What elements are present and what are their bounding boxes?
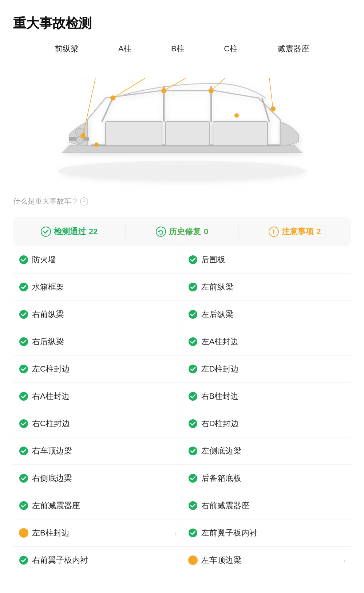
item-cell-right: 左前翼子板内衬 — [182, 519, 351, 546]
item-text: 右C柱封边 — [32, 418, 70, 429]
summary-repair-count: 0 — [204, 227, 208, 236]
pass-icon — [188, 446, 198, 456]
svg-rect-6 — [166, 122, 209, 145]
item-text: 右车顶边梁 — [32, 445, 72, 456]
svg-point-47 — [189, 501, 197, 510]
svg-point-46 — [19, 501, 28, 510]
svg-point-41 — [189, 419, 197, 428]
item-text: 右后纵梁 — [32, 336, 64, 347]
svg-point-43 — [189, 447, 197, 455]
svg-rect-7 — [213, 122, 268, 145]
item-cell-left: 左前减震器座 — [13, 492, 182, 519]
item-cell-left: 右前纵梁 — [13, 301, 182, 328]
item-text: 左前纵梁 — [201, 282, 233, 292]
pass-icon — [19, 364, 28, 374]
svg-point-29 — [189, 255, 197, 264]
svg-line-17 — [211, 78, 225, 91]
items-row: 左B柱封边›左前翼子板内衬 — [13, 519, 351, 547]
items-row: 防火墙后围板 — [13, 246, 351, 274]
item-text: 右前翼子板内衬 — [32, 555, 88, 566]
car-diagram — [13, 58, 351, 189]
summary-bar: 检测通过 22 历史修复 0 注意事项 2 — [13, 217, 351, 246]
question-mark-icon: ? — [80, 197, 88, 205]
svg-point-50 — [23, 535, 24, 536]
repair-icon — [156, 227, 166, 237]
item-cell-right: 左A柱封边 — [182, 328, 351, 355]
item-text: 左前减震器座 — [32, 500, 80, 511]
svg-point-45 — [189, 474, 197, 483]
diagram-labels: 前纵梁 A柱 B柱 C柱 减震器座 — [13, 43, 351, 54]
notice-icon — [19, 528, 28, 538]
item-text: 左A柱封边 — [201, 336, 239, 347]
svg-point-34 — [19, 337, 28, 346]
item-cell-right: 左后纵梁 — [182, 301, 351, 328]
item-cell-left: 右侧底边梁 — [13, 465, 182, 492]
items-row: 左C柱封边左D柱封边 — [13, 356, 351, 383]
summary-pass-count: 22 — [89, 227, 98, 236]
pass-icon — [19, 310, 28, 319]
svg-point-28 — [19, 255, 28, 264]
info-link[interactable]: 什么是重大事故车？ ? — [13, 196, 351, 206]
item-cell-left: 右C柱封边 — [13, 410, 182, 437]
pass-icon — [19, 555, 28, 565]
items-row: 左前减震器座右前减震器座 — [13, 492, 351, 519]
item-text: 左车顶边梁 — [201, 555, 241, 566]
item-text: 右前减震器座 — [201, 500, 249, 511]
item-cell-right[interactable]: 左车顶边梁› — [182, 547, 351, 574]
pass-icon — [188, 474, 198, 483]
pass-check-icon — [41, 227, 51, 237]
arrow-right-icon[interactable]: › — [174, 529, 177, 537]
item-text: 左C柱封边 — [32, 364, 70, 374]
item-cell-right: 左侧底边梁 — [182, 437, 351, 464]
svg-point-23 — [156, 227, 166, 236]
summary-repair: 历史修复 0 — [126, 226, 238, 237]
svg-point-21 — [234, 113, 239, 118]
pass-icon — [19, 501, 28, 510]
svg-point-30 — [19, 283, 28, 291]
pass-icon — [188, 392, 198, 401]
car-diagram-wrapper: 前纵梁 A柱 B柱 C柱 减震器座 — [13, 43, 351, 189]
item-cell-left: 防火墙 — [13, 246, 182, 273]
svg-point-39 — [189, 392, 197, 401]
svg-line-1 — [102, 98, 113, 122]
item-text: 左B柱封边 — [32, 527, 70, 538]
item-cell-right: 右前减震器座 — [182, 492, 351, 519]
svg-line-11 — [83, 78, 95, 136]
items-list: 防火墙后围板水箱框架左前纵梁右前纵梁左后纵梁右后纵梁左A柱封边左C柱封边左D柱封… — [13, 246, 351, 574]
summary-repair-label: 历史修复 — [169, 226, 201, 237]
item-cell-right: 后围板 — [182, 246, 351, 273]
svg-point-33 — [189, 310, 197, 319]
pass-icon — [188, 501, 198, 510]
item-cell-left[interactable]: 左B柱封边› — [13, 519, 182, 546]
notice-icon — [188, 555, 198, 565]
items-row: 右A柱封边右B柱封边 — [13, 383, 351, 410]
svg-point-55 — [192, 562, 193, 563]
svg-line-4 — [262, 98, 269, 122]
label-czhu: C柱 — [224, 43, 238, 54]
label-zhenzuoqi: 减震器座 — [277, 43, 309, 54]
label-azhu: A柱 — [118, 43, 132, 54]
pass-icon — [19, 337, 28, 346]
svg-point-38 — [19, 392, 28, 401]
items-row: 右侧底边梁后备箱底板 — [13, 465, 351, 492]
item-cell-left: 右车顶边梁 — [13, 437, 182, 464]
item-text: 后备箱底板 — [201, 473, 241, 484]
item-text: 右侧底边梁 — [32, 473, 72, 484]
items-row: 右车顶边梁左侧底边梁 — [13, 437, 351, 465]
pass-icon — [188, 310, 198, 319]
item-text: 左后纵梁 — [201, 309, 233, 320]
item-cell-left: 右前翼子板内衬 — [13, 547, 182, 574]
summary-notice: 注意事项 2 — [238, 226, 351, 237]
svg-point-22 — [41, 227, 51, 236]
page-container: 重大事故检测 前纵梁 A柱 B柱 C柱 减震器座 — [0, 0, 364, 593]
pass-icon — [19, 392, 28, 401]
pass-icon — [19, 282, 28, 292]
item-cell-left: 左C柱封边 — [13, 356, 182, 382]
pass-icon — [188, 337, 198, 346]
item-cell-right: 右D柱封边 — [182, 410, 351, 437]
pass-icon — [188, 419, 198, 428]
arrow-right-icon[interactable]: › — [343, 556, 346, 565]
svg-line-19 — [269, 78, 273, 109]
item-text: 防火墙 — [32, 254, 56, 265]
items-row: 右后纵梁左A柱封边 — [13, 328, 351, 356]
